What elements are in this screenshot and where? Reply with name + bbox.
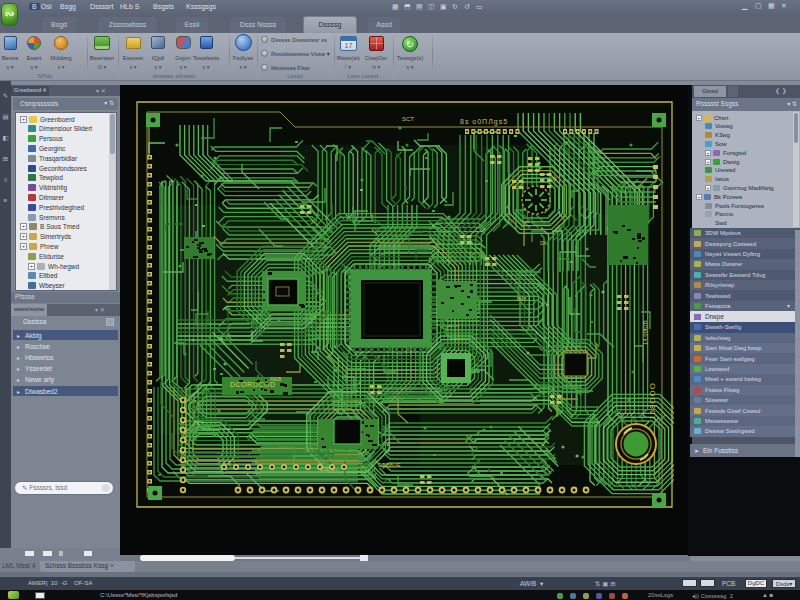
- svg-text:JM: JM: [550, 176, 557, 182]
- svg-text:DA: DA: [540, 240, 548, 246]
- svg-text:A-3: A-3: [222, 460, 231, 466]
- svg-text:168OOO: 168OOO: [648, 382, 657, 420]
- svg-text:8s o0ПЛgs5: 8s o0ПЛgs5: [460, 118, 508, 126]
- svg-text:SCT: SCT: [402, 116, 414, 122]
- svg-text:B10 8: B10 8: [320, 466, 334, 472]
- svg-text:DEBBUE: DEBBUE: [378, 462, 401, 468]
- svg-text:JM8: JM8: [516, 296, 526, 302]
- svg-text:REB: REB: [270, 376, 282, 382]
- svg-text:14.6ODB: 14.6ODB: [642, 320, 648, 345]
- svg-text:DCOROCOD: DCOROCOD: [230, 381, 276, 388]
